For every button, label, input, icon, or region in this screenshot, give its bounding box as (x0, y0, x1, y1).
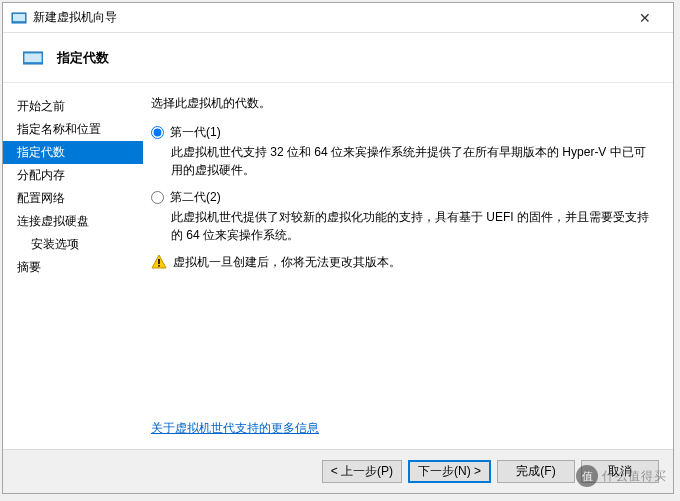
generation-1-radio-row[interactable]: 第一代(1) (151, 124, 657, 141)
warning-text: 虚拟机一旦创建后，你将无法更改其版本。 (173, 254, 401, 271)
content-description: 选择此虚拟机的代数。 (151, 95, 657, 112)
wizard-body: 开始之前 指定名称和位置 指定代数 分配内存 配置网络 连接虚拟硬盘 安装选项 … (3, 83, 673, 449)
wizard-footer: < 上一步(P) 下一步(N) > 完成(F) 取消 (3, 449, 673, 493)
svg-rect-5 (158, 259, 160, 264)
generation-1-radio[interactable] (151, 126, 164, 139)
sidebar-item-network[interactable]: 配置网络 (3, 187, 143, 210)
finish-button[interactable]: 完成(F) (497, 460, 575, 483)
svg-rect-6 (158, 265, 160, 267)
sidebar-item-memory[interactable]: 分配内存 (3, 164, 143, 187)
sidebar-item-name-location[interactable]: 指定名称和位置 (3, 118, 143, 141)
warning-row: 虚拟机一旦创建后，你将无法更改其版本。 (151, 254, 657, 271)
generation-2-option: 第二代(2) 此虚拟机世代提供了对较新的虚拟化功能的支持，具有基于 UEFI 的… (151, 189, 657, 244)
more-info-link[interactable]: 关于虚拟机世代支持的更多信息 (151, 421, 319, 435)
sidebar-item-install-options[interactable]: 安装选项 (3, 233, 143, 256)
generation-2-radio-row[interactable]: 第二代(2) (151, 189, 657, 206)
sidebar-item-before-begin[interactable]: 开始之前 (3, 95, 143, 118)
generation-2-radio[interactable] (151, 191, 164, 204)
wizard-steps-sidebar: 开始之前 指定名称和位置 指定代数 分配内存 配置网络 连接虚拟硬盘 安装选项 … (3, 83, 143, 449)
sidebar-item-vhd[interactable]: 连接虚拟硬盘 (3, 210, 143, 233)
generation-1-option: 第一代(1) 此虚拟机世代支持 32 位和 64 位来宾操作系统并提供了在所有早… (151, 124, 657, 179)
cancel-button[interactable]: 取消 (581, 460, 659, 483)
sidebar-item-generation[interactable]: 指定代数 (3, 141, 143, 164)
warning-icon (151, 254, 167, 270)
wizard-window: 新建虚拟机向导 ✕ 指定代数 开始之前 指定名称和位置 指定代数 分配内存 配置… (2, 2, 674, 494)
generation-1-label: 第一代(1) (170, 124, 221, 141)
generation-2-description: 此虚拟机世代提供了对较新的虚拟化功能的支持，具有基于 UEFI 的固件，并且需要… (171, 208, 657, 244)
back-button[interactable]: < 上一步(P) (322, 460, 402, 483)
window-title: 新建虚拟机向导 (33, 9, 625, 26)
close-button[interactable]: ✕ (625, 4, 665, 32)
sidebar-item-summary[interactable]: 摘要 (3, 256, 143, 279)
generation-2-label: 第二代(2) (170, 189, 221, 206)
titlebar: 新建虚拟机向导 ✕ (3, 3, 673, 33)
more-info-link-row: 关于虚拟机世代支持的更多信息 (151, 420, 319, 437)
header-icon (23, 50, 43, 66)
next-button[interactable]: 下一步(N) > (408, 460, 491, 483)
app-icon (11, 10, 27, 26)
svg-rect-3 (25, 53, 42, 62)
page-header: 指定代数 (3, 33, 673, 83)
page-title: 指定代数 (57, 49, 109, 67)
generation-1-description: 此虚拟机世代支持 32 位和 64 位来宾操作系统并提供了在所有早期版本的 Hy… (171, 143, 657, 179)
svg-rect-1 (13, 14, 25, 21)
content-pane: 选择此虚拟机的代数。 第一代(1) 此虚拟机世代支持 32 位和 64 位来宾操… (143, 83, 673, 449)
